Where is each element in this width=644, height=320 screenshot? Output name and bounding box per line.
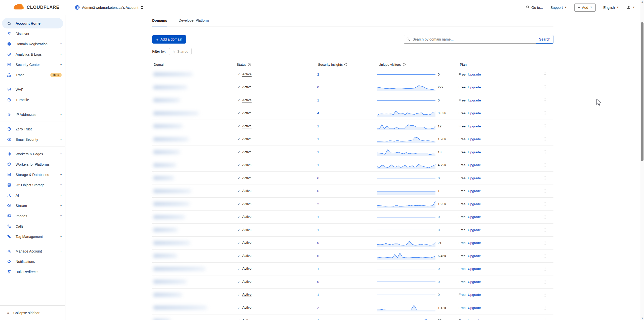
sidebar-item-trace[interactable]: TraceBeta bbox=[0, 70, 65, 80]
sidebar-item-notifications[interactable]: Notifications bbox=[0, 256, 65, 267]
domain-cell[interactable] bbox=[152, 176, 235, 180]
row-actions-kebab-icon[interactable] bbox=[543, 84, 547, 91]
search-button[interactable]: Search bbox=[536, 35, 553, 44]
scroll-down-arrow[interactable]: ▼ bbox=[640, 317, 644, 319]
row-actions-kebab-icon[interactable] bbox=[543, 201, 547, 207]
status-badge[interactable]: Active bbox=[242, 306, 252, 310]
security-insights-link[interactable]: 0 bbox=[317, 85, 319, 89]
sidebar-item-bulk-redirects[interactable]: Bulk Redirects bbox=[0, 267, 65, 277]
security-insights-link[interactable]: 1 bbox=[317, 163, 319, 167]
row-actions-kebab-icon[interactable] bbox=[543, 265, 547, 272]
domain-cell[interactable] bbox=[152, 85, 235, 89]
security-insights-link[interactable]: 0 bbox=[317, 280, 319, 284]
domain-cell[interactable] bbox=[152, 163, 235, 167]
upgrade-link[interactable]: Upgrade bbox=[468, 85, 481, 89]
security-insights-link[interactable]: 2 bbox=[317, 306, 319, 310]
status-badge[interactable]: Active bbox=[242, 124, 252, 128]
add-menu-button[interactable]: + Add ▼ bbox=[574, 4, 596, 12]
security-insights-link[interactable]: 4 bbox=[317, 111, 319, 115]
sidebar-item-ip-addresses[interactable]: IP Addresses▾ bbox=[0, 109, 65, 120]
account-switcher[interactable]: Admin@webmarketers.ca's Account bbox=[75, 5, 143, 10]
row-actions-kebab-icon[interactable] bbox=[543, 227, 547, 233]
upgrade-link[interactable]: Upgrade bbox=[468, 293, 481, 297]
domain-cell[interactable] bbox=[152, 72, 235, 76]
sidebar-item-analytics-logs[interactable]: Analytics & Logs▾ bbox=[0, 49, 65, 59]
domain-cell[interactable] bbox=[152, 111, 235, 115]
cloudflare-logo[interactable]: CLOUDFLARE bbox=[13, 4, 59, 11]
security-insights-link[interactable]: 1 bbox=[317, 293, 319, 297]
status-badge[interactable]: Active bbox=[242, 176, 252, 180]
upgrade-link[interactable]: Upgrade bbox=[468, 215, 481, 219]
sidebar-item-storage-databases[interactable]: Storage & Databases▾ bbox=[0, 169, 65, 180]
row-actions-kebab-icon[interactable] bbox=[543, 97, 547, 104]
info-icon[interactable] bbox=[403, 63, 406, 66]
upgrade-link[interactable]: Upgrade bbox=[468, 280, 481, 284]
status-badge[interactable]: Active bbox=[242, 215, 252, 219]
security-insights-link[interactable]: 1 bbox=[317, 267, 319, 271]
security-insights-link[interactable]: 0 bbox=[317, 319, 319, 320]
security-insights-link[interactable]: 2 bbox=[317, 202, 319, 206]
domain-cell[interactable] bbox=[152, 189, 235, 193]
status-badge[interactable]: Active bbox=[242, 85, 252, 89]
sidebar-item-email-security[interactable]: Email Security▾ bbox=[0, 134, 65, 145]
row-actions-kebab-icon[interactable] bbox=[543, 214, 547, 220]
status-badge[interactable]: Active bbox=[242, 137, 252, 141]
upgrade-link[interactable]: Upgrade bbox=[468, 189, 481, 193]
collapse-sidebar-button[interactable]: « Collapse sidebar bbox=[0, 305, 65, 320]
status-badge[interactable]: Active bbox=[242, 189, 252, 193]
vertical-scrollbar[interactable]: ▲ ▼ bbox=[640, 0, 644, 320]
domain-cell[interactable] bbox=[152, 306, 235, 310]
domain-cell[interactable] bbox=[152, 228, 235, 232]
status-badge[interactable]: Active bbox=[242, 228, 252, 232]
security-insights-link[interactable]: 1 bbox=[317, 98, 319, 102]
sidebar-item-zero-trust[interactable]: Zero Trust bbox=[0, 124, 65, 134]
sidebar-item-ai[interactable]: AI▾ bbox=[0, 190, 65, 200]
row-actions-kebab-icon[interactable] bbox=[543, 123, 547, 130]
sidebar-item-waf[interactable]: WAF bbox=[0, 84, 65, 95]
security-insights-link[interactable]: 6 bbox=[317, 254, 319, 258]
sidebar-item-domain-registration[interactable]: Domain Registration▾ bbox=[0, 39, 65, 49]
sidebar-item-workers-for-platforms[interactable]: Workers for Platforms bbox=[0, 159, 65, 169]
security-insights-link[interactable]: 6 bbox=[317, 189, 319, 193]
row-actions-kebab-icon[interactable] bbox=[543, 188, 547, 194]
status-badge[interactable]: Active bbox=[242, 98, 252, 102]
sidebar-item-account-home[interactable]: Account Home bbox=[2, 18, 63, 28]
row-actions-kebab-icon[interactable] bbox=[543, 317, 547, 320]
row-actions-kebab-icon[interactable] bbox=[543, 175, 547, 182]
sidebar-item-turnstile[interactable]: Turnstile bbox=[0, 95, 65, 105]
row-actions-kebab-icon[interactable] bbox=[543, 304, 547, 311]
row-actions-kebab-icon[interactable] bbox=[543, 253, 547, 259]
sidebar-item-r2-object-storage[interactable]: R2 Object Storage▾ bbox=[0, 180, 65, 190]
domain-cell[interactable] bbox=[152, 137, 235, 141]
sidebar-item-discover[interactable]: Discover bbox=[0, 28, 65, 39]
upgrade-link[interactable]: Upgrade bbox=[468, 111, 481, 115]
support-menu[interactable]: Support ▼ bbox=[550, 6, 567, 10]
row-actions-kebab-icon[interactable] bbox=[543, 239, 547, 246]
row-actions-kebab-icon[interactable] bbox=[543, 149, 547, 156]
upgrade-link[interactable]: Upgrade bbox=[468, 306, 481, 310]
domain-cell[interactable] bbox=[152, 98, 235, 102]
sidebar-item-calls[interactable]: Calls bbox=[0, 221, 65, 231]
domain-cell[interactable] bbox=[152, 124, 235, 128]
status-badge[interactable]: Active bbox=[242, 254, 252, 258]
security-insights-link[interactable]: 1 bbox=[317, 228, 319, 232]
sidebar-item-images[interactable]: Images▾ bbox=[0, 211, 65, 221]
info-icon[interactable] bbox=[344, 63, 347, 66]
scroll-up-arrow[interactable]: ▲ bbox=[640, 1, 644, 3]
starred-filter-button[interactable]: ☆ Starred bbox=[169, 48, 192, 55]
domain-cell[interactable] bbox=[152, 202, 235, 206]
domain-cell[interactable] bbox=[152, 280, 235, 284]
goto-search[interactable]: Go to... bbox=[526, 5, 543, 10]
security-insights-link[interactable]: 6 bbox=[317, 176, 319, 180]
upgrade-link[interactable]: Upgrade bbox=[468, 73, 481, 76]
security-insights-link[interactable]: 1 bbox=[317, 150, 319, 154]
domain-cell[interactable] bbox=[152, 150, 235, 154]
upgrade-link[interactable]: Upgrade bbox=[468, 202, 481, 206]
upgrade-link[interactable]: Upgrade bbox=[468, 319, 481, 320]
sidebar-item-stream[interactable]: Stream▾ bbox=[0, 200, 65, 211]
row-actions-kebab-icon[interactable] bbox=[543, 71, 547, 78]
upgrade-link[interactable]: Upgrade bbox=[468, 124, 481, 128]
upgrade-link[interactable]: Upgrade bbox=[468, 163, 481, 167]
tab-domains[interactable]: Domains bbox=[152, 18, 167, 26]
status-badge[interactable]: Active bbox=[242, 202, 252, 206]
